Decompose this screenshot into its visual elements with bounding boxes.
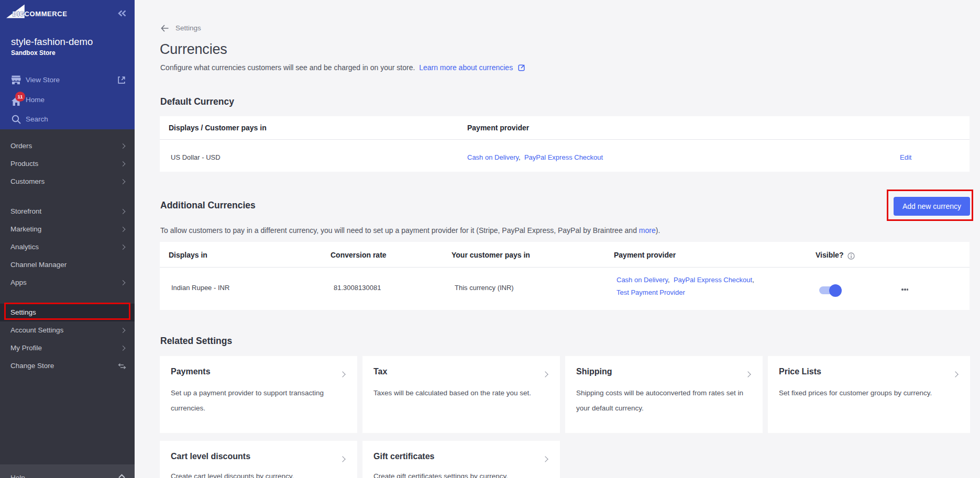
svg-text:BIG: BIG [13, 10, 25, 18]
svg-text:COMMERCE: COMMERCE [25, 10, 68, 18]
